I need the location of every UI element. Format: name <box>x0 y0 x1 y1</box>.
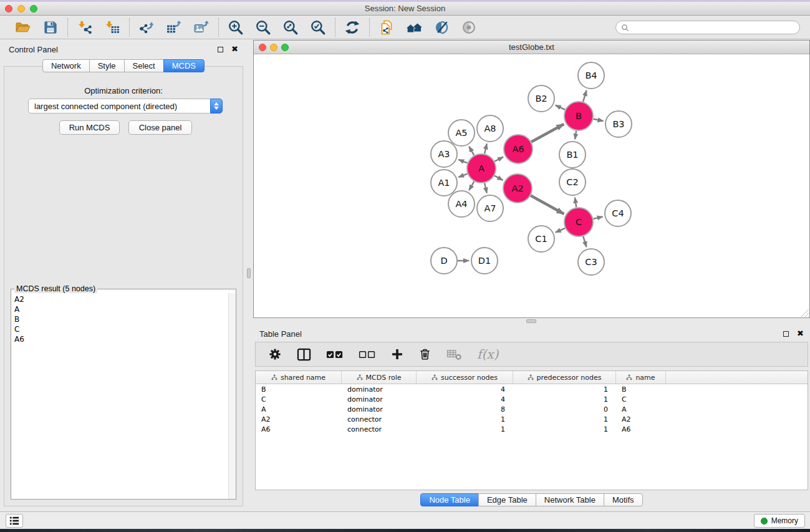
zoom-fit-button[interactable] <box>281 18 300 37</box>
duplicate-network-button[interactable] <box>377 18 396 37</box>
table-tab-motifs[interactable]: Motifs <box>604 493 643 506</box>
task-history-button[interactable] <box>6 514 23 528</box>
edge-B-B4[interactable] <box>583 90 587 102</box>
table-tab-network-table[interactable]: Network Table <box>536 493 604 506</box>
control-tab-style[interactable]: Style <box>89 59 125 72</box>
table-panel: Table Panel ✖ <box>253 326 810 506</box>
edge-A-A4[interactable] <box>469 181 474 190</box>
add-column-button[interactable] <box>391 348 403 360</box>
table-tab-node-table[interactable]: Node Table <box>420 493 479 506</box>
edge-A-A7[interactable] <box>485 183 487 193</box>
float-panel-icon[interactable] <box>218 47 223 52</box>
export-network-button[interactable] <box>137 18 156 37</box>
mcds-result-item[interactable]: A <box>11 304 228 314</box>
edge-A-A5[interactable] <box>469 147 474 155</box>
column-settings-button[interactable] <box>268 347 282 361</box>
network-minimize-button[interactable] <box>270 44 277 51</box>
edge-C-C3[interactable] <box>583 236 586 247</box>
run-mcds-button[interactable]: Run MCDS <box>59 120 120 135</box>
optimization-criterion-select[interactable]: largest connected component (directed) <box>28 99 223 114</box>
control-tab-network[interactable]: Network <box>42 59 90 72</box>
edge-A-A1[interactable] <box>458 174 467 178</box>
select-all-rows-button[interactable] <box>326 349 344 360</box>
table-row[interactable]: A6connector11A6 <box>256 424 808 434</box>
optimization-criterion-label: Optimization criterion: <box>4 86 243 95</box>
node-label-A5: A5 <box>455 128 467 138</box>
maximize-window-button[interactable] <box>30 5 37 12</box>
column-header-shared-name[interactable]: shared name <box>256 371 342 384</box>
column-header-name[interactable]: name <box>616 371 666 384</box>
edge-B-B3[interactable] <box>594 119 604 121</box>
close-panel-icon[interactable]: ✖ <box>231 46 238 52</box>
refresh-view-button[interactable] <box>343 18 362 37</box>
edge-B-B2[interactable] <box>556 105 566 110</box>
edge-A-A6[interactable] <box>494 157 503 162</box>
close-window-button[interactable] <box>5 5 12 12</box>
network-maximize-button[interactable] <box>281 44 289 51</box>
control-tab-select[interactable]: Select <box>124 59 164 72</box>
vertical-splitter-handle[interactable] <box>247 268 251 278</box>
minimize-window-button[interactable] <box>17 5 25 12</box>
search-input[interactable] <box>632 23 794 32</box>
edge-A-A3[interactable] <box>458 160 467 163</box>
table-tab-edge-table[interactable]: Edge Table <box>478 493 536 506</box>
edge-A6-B[interactable] <box>531 124 564 142</box>
search-field[interactable] <box>615 21 800 34</box>
zoom-in-icon <box>228 19 244 36</box>
table-cell: dominator <box>342 395 417 404</box>
network-canvas[interactable]: B4B2BB3A8A5A6B1A3AC2A1A2A4A7C4CC1C3DD1 <box>254 54 809 317</box>
edge-A-A8[interactable] <box>485 143 487 153</box>
network-close-button[interactable] <box>259 44 266 51</box>
edge-A-A2[interactable] <box>494 176 503 180</box>
mcds-result-item[interactable]: C <box>11 324 228 334</box>
status-bar: Memory <box>0 511 810 529</box>
mcds-result-item[interactable]: B <box>11 314 228 324</box>
close-panel-button[interactable]: Close panel <box>128 120 192 135</box>
table-panel-header: Table Panel ✖ <box>253 326 810 342</box>
zoom-out-button[interactable] <box>254 18 272 37</box>
zoom-out-icon <box>255 19 271 36</box>
export-image-button[interactable] <box>192 18 211 37</box>
node-label-B4: B4 <box>585 70 597 80</box>
table-row[interactable]: Adominator80A <box>256 404 808 414</box>
mcds-result-item[interactable]: A2 <box>11 294 228 304</box>
mcds-result-item[interactable]: A6 <box>11 334 228 344</box>
hide-graphics-details-button[interactable] <box>460 18 478 37</box>
import-network-button[interactable] <box>75 18 94 37</box>
open-session-button[interactable] <box>14 18 32 37</box>
node-label-A3: A3 <box>438 149 450 159</box>
close-table-panel-icon[interactable]: ✖ <box>797 331 804 337</box>
column-header-MCDS-role[interactable]: MCDS role <box>342 371 417 384</box>
table-cell: B <box>256 385 342 394</box>
control-tab-mcds[interactable]: MCDS <box>163 59 205 72</box>
split-table-button[interactable] <box>297 348 311 361</box>
edge-A2-C[interactable] <box>531 196 564 214</box>
float-table-panel-icon[interactable] <box>783 331 789 337</box>
export-table-button[interactable] <box>165 18 183 37</box>
first-neighbors-button[interactable] <box>405 18 423 37</box>
table-row[interactable]: Cdominator41C <box>256 394 808 404</box>
zoom-in-button[interactable] <box>226 18 245 37</box>
edge-C-C4[interactable] <box>593 216 602 218</box>
horizontal-splitter-handle[interactable] <box>526 319 536 323</box>
deselect-all-rows-button[interactable] <box>359 349 376 360</box>
function-builder-button[interactable]: f(x) <box>477 347 498 362</box>
save-session-button[interactable] <box>41 18 60 37</box>
table-row[interactable]: A2connector11A2 <box>256 414 808 424</box>
refresh-icon <box>344 19 360 36</box>
delete-table-button[interactable] <box>446 348 462 361</box>
zoom-selected-button[interactable] <box>309 18 327 37</box>
edge-C-C1[interactable] <box>556 228 565 233</box>
column-header-predecessor-nodes[interactable]: predecessor nodes <box>513 371 616 384</box>
memory-button[interactable]: Memory <box>754 514 805 528</box>
edge-C-C2[interactable] <box>575 198 576 208</box>
table-cell: 1 <box>417 425 513 433</box>
control-panel-title: Control Panel <box>9 45 58 54</box>
table-row[interactable]: Bdominator41B <box>256 384 808 394</box>
import-table-button[interactable] <box>103 18 122 37</box>
delete-columns-button[interactable] <box>418 347 432 361</box>
result-list-scrollbar[interactable] <box>228 293 236 499</box>
column-header-successor-nodes[interactable]: successor nodes <box>417 371 513 384</box>
edge-B-B1[interactable] <box>575 131 576 140</box>
show-graphics-details-button[interactable] <box>432 18 451 37</box>
